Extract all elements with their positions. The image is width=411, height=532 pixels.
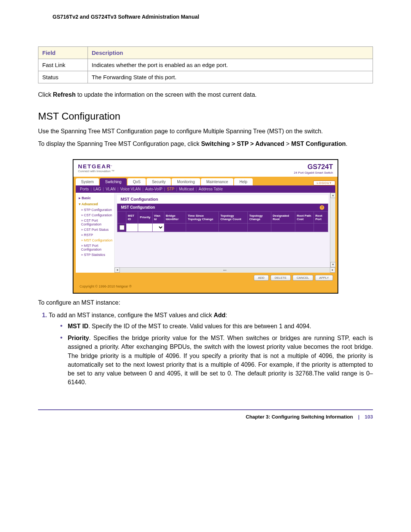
intro-para: Use the Spanning Tree MST Configuration … xyxy=(38,127,373,136)
cell-field-0: Fast Link xyxy=(38,59,88,71)
scroll-down-icon[interactable]: ▾ xyxy=(330,262,336,267)
cell-desc-0: Indicates whether the port is enabled as… xyxy=(88,59,373,71)
tab-monitoring[interactable]: Monitoring xyxy=(172,178,200,185)
page-footer: Chapter 3: Configuring Switching Informa… xyxy=(38,414,373,420)
sidebar-item-stp-statistics[interactable]: » STP Statistics xyxy=(76,252,114,257)
panel-head: MST Configuration ? xyxy=(117,204,328,211)
subnav-addresstable[interactable]: Address Table xyxy=(199,187,223,191)
step1-bullets: MST ID. Specify the ID of the MST to cre… xyxy=(49,322,373,387)
apply-button[interactable]: APPLY xyxy=(315,275,333,281)
col-time-since: Time Since Topology Change xyxy=(186,211,219,223)
col-bridge-identifier: Bridge Identifier xyxy=(164,211,186,223)
top-tabs: System Switching QoS Security Monitoring… xyxy=(76,177,335,185)
nav-post: . xyxy=(346,141,347,147)
tab-maintenance[interactable]: Maintenance xyxy=(201,178,233,185)
sidebar-basic[interactable]: ▸ Basic xyxy=(76,195,114,201)
scroll-left-icon[interactable]: ◂ xyxy=(115,267,120,273)
scroll-right-icon[interactable]: ▸ xyxy=(330,267,335,273)
configure-intro: To configure an MST instance: xyxy=(38,298,373,307)
horizontal-scrollbar[interactable]: ◂ ▪▪▪ ▸ xyxy=(115,267,335,273)
tab-switching[interactable]: Switching xyxy=(100,178,127,185)
subnav-lag[interactable]: LAG xyxy=(94,187,101,191)
footer-sep: | xyxy=(358,414,360,420)
embedded-ui: NETGEAR' Connect with Innovation ™ GS724… xyxy=(73,159,338,294)
ui-header: NETGEAR' Connect with Innovation ™ GS724… xyxy=(73,160,338,177)
footer-page-number: 103 xyxy=(365,414,373,420)
subnav-stp[interactable]: STP xyxy=(167,187,174,191)
tab-system[interactable]: System xyxy=(76,178,99,185)
nav-pre: To display the Spanning Tree MST Configu… xyxy=(38,141,201,147)
sidebar-item-rstp[interactable]: » RSTP xyxy=(76,232,114,238)
col-topo-count: Topology Change Count xyxy=(219,211,248,223)
col-vlan-id: Vlan Id xyxy=(152,211,164,223)
sidebar-advanced[interactable]: ▾ Advanced xyxy=(76,201,114,207)
subnav-autovoip[interactable]: Auto-VoIP xyxy=(145,187,162,191)
step1-post: : xyxy=(226,312,227,318)
bullet-mst-id-bold: MST ID xyxy=(68,323,88,329)
brand-block: NETGEAR' Connect with Innovation ™ xyxy=(78,163,115,173)
subnav-voicevlan[interactable]: Voice VLAN xyxy=(120,187,140,191)
subnav-ports[interactable]: Ports xyxy=(80,187,89,191)
subnav-bar: Ports | LAG | VLAN | Voice VLAN | Auto-V… xyxy=(76,185,335,193)
add-button[interactable]: ADD xyxy=(254,275,269,281)
subnav-vlan[interactable]: VLAN xyxy=(106,187,116,191)
panel-head-label: MST Configuration xyxy=(121,205,155,209)
refresh-bold: Refresh xyxy=(53,91,76,98)
sidebar-item-mst-configuration[interactable]: » MST Configuration xyxy=(76,238,114,243)
col-root-path-cost: Root Path Cost xyxy=(295,211,314,223)
th-description: Description xyxy=(88,47,373,59)
tab-qos[interactable]: QoS xyxy=(127,178,146,185)
sidebar-item-cst-configuration[interactable]: » CST Configuration xyxy=(76,212,114,218)
action-row: ADD DELETE CANCEL APPLY xyxy=(76,273,335,283)
sidebar-item-stp-configuration[interactable]: » STP Configuration xyxy=(76,207,114,212)
brand-tagline: Connect with Innovation ™ xyxy=(78,169,115,173)
bullet-mst-id: MST ID. Specify the ID of the MST to cre… xyxy=(60,322,373,331)
col-mst-id: MST ID xyxy=(126,211,138,223)
delete-button[interactable]: DELETE xyxy=(271,275,291,281)
sidebar-item-cst-port-configuration[interactable]: » CST Port Configuration xyxy=(76,218,114,227)
select-vlan-id[interactable] xyxy=(153,224,164,231)
brand-logo: NETGEAR xyxy=(78,163,111,169)
footer-chapter: Chapter 3: Configuring Switching Informa… xyxy=(246,414,353,420)
cell-field-1: Status xyxy=(38,71,88,83)
vertical-scrollbar[interactable]: ▴ ▾ xyxy=(330,193,335,267)
col-root-port: Root Port xyxy=(314,211,328,223)
main-area: ▸ Basic ▾ Advanced » STP Configuration »… xyxy=(76,193,335,273)
bullet-priority-text: . Specifies the bridge priority value fo… xyxy=(68,335,373,385)
refresh-post: to update the information on the screen … xyxy=(76,91,257,98)
input-mst-id[interactable] xyxy=(126,223,138,232)
content-area: MST Configuration MST Configuration ? MS… xyxy=(115,193,335,273)
bullet-priority-bold: Priority xyxy=(68,335,89,341)
bullet-mst-id-text: . Specify the ID of the MST to create. V… xyxy=(88,323,311,329)
scroll-up-icon[interactable]: ▴ xyxy=(330,193,336,198)
col-topo-change: Topology Change xyxy=(247,211,271,223)
step-1: To add an MST instance, configure the MS… xyxy=(49,311,373,387)
field-description-table: Field Description Fast Link Indicates wh… xyxy=(38,46,373,83)
panel-title: MST Configuration xyxy=(117,195,328,203)
th-field: Field xyxy=(38,47,88,59)
sidebar-item-mst-port-configuration[interactable]: » MST Port Configuration xyxy=(76,243,114,252)
section-title: MST Configuration xyxy=(38,110,373,122)
cell-desc-1: The Forwarding State of this port. xyxy=(88,71,373,83)
cancel-button[interactable]: CANCEL xyxy=(293,275,313,281)
nav-bold1: Switching > STP > Advanced xyxy=(201,141,284,147)
nav-mid: > xyxy=(284,141,291,147)
nav-line: To display the Spanning Tree MST Configu… xyxy=(38,139,373,148)
input-priority[interactable] xyxy=(138,223,152,232)
bullet-priority: Priority. Specifies the bridge priority … xyxy=(60,334,373,387)
sidebar-item-cst-port-status[interactable]: » CST Port Status xyxy=(76,227,114,232)
tab-help[interactable]: Help xyxy=(234,178,253,185)
col-designated-root: Designated Root xyxy=(271,211,295,223)
subnav-multicast[interactable]: Multicast xyxy=(179,187,194,191)
logout-button[interactable]: LOGOUT xyxy=(313,181,335,185)
steps-list: To add an MST instance, configure the MS… xyxy=(38,311,373,387)
model-subtitle: 24 Port Gigabit Smart Switch xyxy=(294,171,333,174)
copyright: Copyright © 1996-2010 Netgear ® xyxy=(76,283,335,291)
nav-bold2: MST Configuration xyxy=(291,141,346,147)
refresh-note: Click Refresh to update the information … xyxy=(38,90,373,99)
tab-security[interactable]: Security xyxy=(147,178,171,185)
help-icon[interactable]: ? xyxy=(320,205,324,210)
step1-pre: To add an MST instance, configure the MS… xyxy=(49,312,213,318)
row-checkbox[interactable] xyxy=(119,225,124,230)
doc-header: GS716Tv2 and GS724Tv3 Software Administr… xyxy=(53,14,373,20)
